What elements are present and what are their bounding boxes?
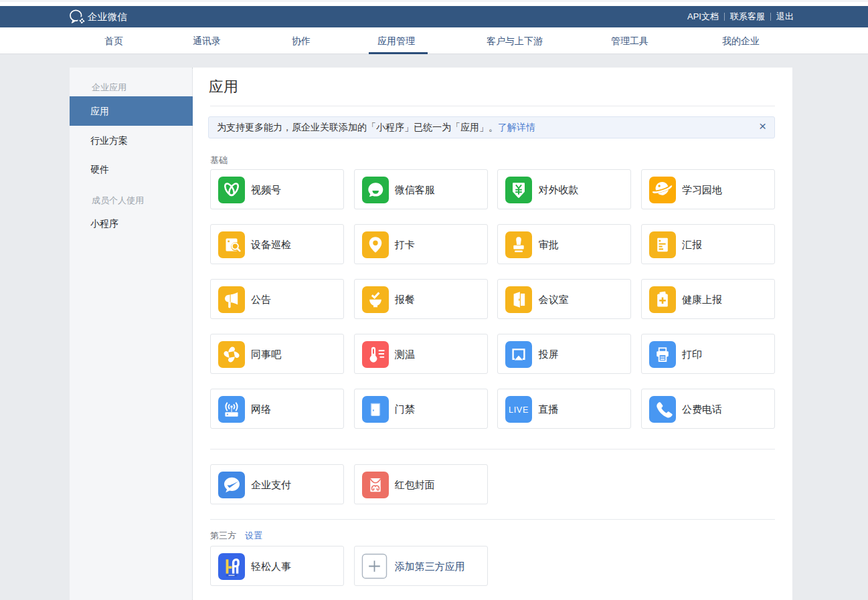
svg-text:LIVE: LIVE: [509, 405, 529, 415]
